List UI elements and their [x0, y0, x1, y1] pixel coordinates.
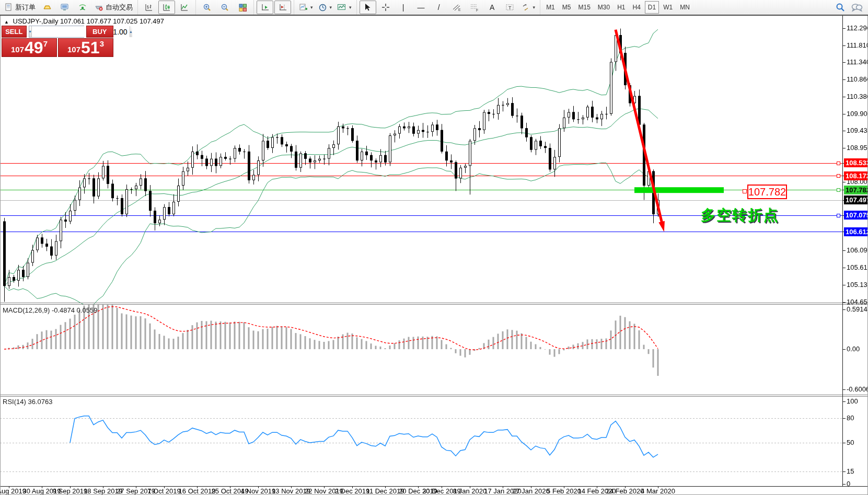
- date-axis-tick: 24 Feb 2020: [606, 487, 644, 495]
- terminal-button[interactable]: [56, 1, 73, 14]
- price-axis-tick: 110.860: [847, 75, 868, 83]
- timeframe-button-h4[interactable]: H4: [630, 1, 644, 14]
- auto-scroll-button[interactable]: [257, 1, 273, 14]
- fibonacci-tool-button[interactable]: F: [466, 1, 483, 14]
- price-axis-tick: 105.130: [847, 281, 868, 289]
- zoom-out-button[interactable]: [216, 1, 233, 14]
- template-icon: [337, 3, 346, 11]
- autotrading-icon: [94, 3, 103, 11]
- cursor-icon: [364, 3, 372, 11]
- turning-point-annotation[interactable]: 多空转折点: [701, 205, 779, 225]
- volume-up-button[interactable]: ▴: [130, 26, 132, 37]
- templates-button[interactable]: ▾: [335, 1, 354, 14]
- arrows-icon: [522, 3, 530, 11]
- horizontal-line-tool-button[interactable]: —: [413, 1, 430, 14]
- autotrading-label: 自动交易: [106, 3, 133, 12]
- indicators-button[interactable]: ▾: [297, 1, 315, 14]
- toolbar-right: [836, 0, 863, 15]
- symbol-info: ▲ USDJPY-,Daily 107.061 107.677 107.025 …: [4, 17, 164, 25]
- vertical-line-icon: |: [402, 4, 404, 11]
- timeframe-button-m5[interactable]: M5: [559, 1, 574, 14]
- line-chart-icon: [180, 3, 189, 11]
- rsi-indicator-label: RSI(14) 36.0763: [3, 398, 52, 406]
- line-chart-button[interactable]: [176, 1, 193, 14]
- price-label-anchor-handle[interactable]: [743, 189, 747, 193]
- market-watch-button[interactable]: [39, 1, 55, 14]
- dropdown-arrow-icon: ▾: [310, 5, 313, 10]
- buy-quote[interactable]: 107 51 3: [58, 38, 113, 57]
- text-label-tool-button[interactable]: T: [502, 1, 518, 14]
- chart-shift-button[interactable]: [274, 1, 291, 14]
- terminal-icon: [60, 3, 70, 11]
- price-axis-tick: 108.950: [847, 144, 868, 152]
- trendline-icon: /: [438, 4, 440, 11]
- price-axis-tick: 106.090: [847, 246, 868, 254]
- sell-quote[interactable]: 107 49 7: [2, 38, 57, 57]
- candlestick-chart-button[interactable]: [158, 1, 175, 14]
- price-axis-tick: 109.900: [847, 110, 868, 118]
- timeframe-button-mn[interactable]: MN: [677, 1, 693, 14]
- buy-price-pip: 3: [100, 40, 104, 48]
- bar-chart-button[interactable]: [141, 1, 157, 14]
- timeframe-button-d1[interactable]: D1: [645, 1, 659, 14]
- date-axis-tick: 5 Feb 2020: [547, 487, 581, 495]
- date-axis-tick: 9 Sep 2019: [53, 487, 88, 495]
- periods-button[interactable]: ▾: [316, 1, 334, 14]
- svg-text:E: E: [458, 8, 461, 11]
- one-click-trade-panel: SELL ▾ ▴ BUY 107 49 7 107 51 3: [2, 26, 113, 57]
- toolbar-group-chart-type: [137, 0, 195, 15]
- toolbar-group-zoom: [195, 0, 253, 15]
- search-icon[interactable]: [836, 3, 845, 12]
- sell-price-base: 107: [11, 44, 24, 55]
- dropdown-arrow-icon: ▾: [533, 5, 536, 10]
- symbol-name: USDJPY-,Daily: [13, 17, 59, 25]
- sell-button[interactable]: SELL: [2, 26, 27, 38]
- toolbar-group-drawing: | — / E F A T ▾: [356, 0, 540, 15]
- timeframe-button-m30[interactable]: M30: [595, 1, 613, 14]
- date-axis-tick: 2 Dec 2019: [335, 487, 370, 495]
- date-axis-tick: 16 Oct 2019: [179, 487, 216, 495]
- zoom-in-icon: [203, 3, 212, 12]
- channel-tool-button[interactable]: E: [448, 1, 465, 14]
- chart-canvas[interactable]: [0, 0, 868, 495]
- new-order-icon: [5, 3, 13, 11]
- tile-windows-button[interactable]: [234, 1, 251, 14]
- signals-button[interactable]: [74, 1, 91, 14]
- dropdown-arrow-icon: ▾: [330, 5, 332, 10]
- macd-axis-tick: 0.5914: [847, 305, 867, 313]
- collapse-triangle-icon[interactable]: ▲: [4, 19, 9, 25]
- trendline-tool-button[interactable]: /: [431, 1, 447, 14]
- dropdown-arrow-icon: ▾: [349, 5, 352, 10]
- candlestick-icon: [163, 3, 171, 11]
- horizontal-line-icon: —: [418, 4, 425, 11]
- zoom-in-button[interactable]: [199, 1, 215, 14]
- sell-price-main: 49: [25, 40, 43, 55]
- price-axis-tick: 110.380: [847, 93, 868, 100]
- date-axis-tick: 4 Mar 2020: [641, 487, 675, 495]
- chat-icon[interactable]: [851, 3, 863, 12]
- rsi-axis-tick: 50: [847, 439, 854, 446]
- price-axis-tick: 109.430: [847, 126, 868, 134]
- price-level-callout[interactable]: 107.782: [747, 185, 787, 199]
- clock-icon: [318, 3, 327, 12]
- date-axis-tick: 1 Aug 2019: [0, 487, 26, 495]
- autotrading-button[interactable]: 自动交易: [92, 1, 135, 14]
- price-axis-tick: 111.810: [847, 41, 868, 49]
- arrows-tool-button[interactable]: ▾: [519, 1, 538, 14]
- volume-input[interactable]: [32, 26, 130, 37]
- text-tool-button[interactable]: A: [484, 1, 501, 14]
- fibonacci-icon: F: [470, 3, 479, 11]
- new-order-button[interactable]: 新订单: [3, 1, 38, 14]
- vertical-line-tool-button[interactable]: |: [395, 1, 412, 14]
- timeframe-button-m1[interactable]: M1: [543, 1, 558, 14]
- cursor-tool-button[interactable]: [360, 1, 376, 14]
- text-label-icon: T: [505, 3, 514, 11]
- date-axis-tick: 27 Jan 2020: [512, 487, 550, 495]
- timeframe-button-h1[interactable]: H1: [614, 1, 628, 14]
- price-axis-tick: 111.340: [847, 58, 868, 66]
- crosshair-tool-button[interactable]: [377, 1, 394, 14]
- timeframe-button-w1[interactable]: W1: [660, 1, 676, 14]
- buy-button[interactable]: BUY: [86, 26, 113, 38]
- timeframe-button-m15[interactable]: M15: [575, 1, 593, 14]
- gold-ingot-icon: [42, 3, 52, 11]
